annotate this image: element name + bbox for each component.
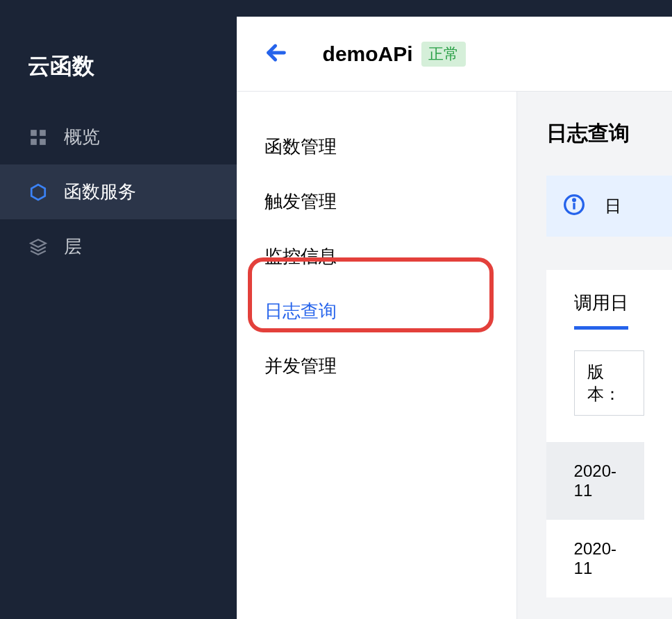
subnav-item-function-manage[interactable]: 函数管理 xyxy=(237,119,516,174)
subnav: 函数管理 触发管理 监控信息 日志查询 并发管理 xyxy=(237,92,517,619)
top-bar xyxy=(0,0,672,17)
svg-rect-0 xyxy=(31,130,37,136)
status-badge: 正常 xyxy=(421,42,466,67)
version-select[interactable]: 版本： xyxy=(574,350,644,416)
tab-invoke-log[interactable]: 调用日 xyxy=(574,291,628,330)
right-panel: 日志查询 日 调用日 版本： 2020-11 2020-11 xyxy=(517,92,672,619)
log-item[interactable]: 2020-11 xyxy=(546,520,644,597)
sidebar: 云函数 概览 函数服务 层 xyxy=(0,17,237,619)
subnav-item-log-query[interactable]: 日志查询 xyxy=(237,284,516,339)
page-title: demoAPi xyxy=(323,42,413,66)
subnav-item-trigger-manage[interactable]: 触发管理 xyxy=(237,174,516,229)
sidebar-item-label: 函数服务 xyxy=(64,180,136,204)
svg-marker-5 xyxy=(31,239,46,247)
main-container: 云函数 概览 函数服务 层 demoAPi 正常 xyxy=(0,17,672,619)
sidebar-item-label: 概览 xyxy=(64,125,100,149)
content: demoAPi 正常 函数管理 触发管理 监控信息 日志查询 并发管理 日志查询… xyxy=(237,17,672,619)
svg-rect-1 xyxy=(40,130,46,136)
sidebar-item-function-service[interactable]: 函数服务 xyxy=(0,164,237,219)
card: 调用日 版本： 2020-11 2020-11 xyxy=(546,270,672,597)
info-text: 日 xyxy=(605,195,621,217)
sidebar-title: 云函数 xyxy=(0,37,237,110)
layers-icon xyxy=(28,237,49,257)
svg-rect-2 xyxy=(31,139,37,145)
sidebar-item-layer[interactable]: 层 xyxy=(0,219,237,274)
subnav-item-concurrency-manage[interactable]: 并发管理 xyxy=(237,339,516,393)
svg-point-9 xyxy=(573,199,575,201)
log-list: 2020-11 2020-11 xyxy=(574,442,644,597)
svg-marker-4 xyxy=(31,185,45,200)
info-icon xyxy=(563,194,585,219)
sidebar-item-overview[interactable]: 概览 xyxy=(0,110,237,164)
subnav-item-monitor-info[interactable]: 监控信息 xyxy=(237,229,516,284)
back-arrow-icon[interactable] xyxy=(264,41,288,67)
sidebar-item-label: 层 xyxy=(64,235,82,259)
hexagon-icon xyxy=(28,182,49,203)
log-item[interactable]: 2020-11 xyxy=(546,442,644,520)
body-section: 函数管理 触发管理 监控信息 日志查询 并发管理 日志查询 日 调用日 版本 xyxy=(237,92,672,619)
info-box: 日 xyxy=(546,176,672,237)
panel-title: 日志查询 xyxy=(546,119,672,148)
header: demoAPi 正常 xyxy=(237,17,672,92)
grid-icon xyxy=(28,127,49,148)
svg-rect-3 xyxy=(40,139,46,145)
